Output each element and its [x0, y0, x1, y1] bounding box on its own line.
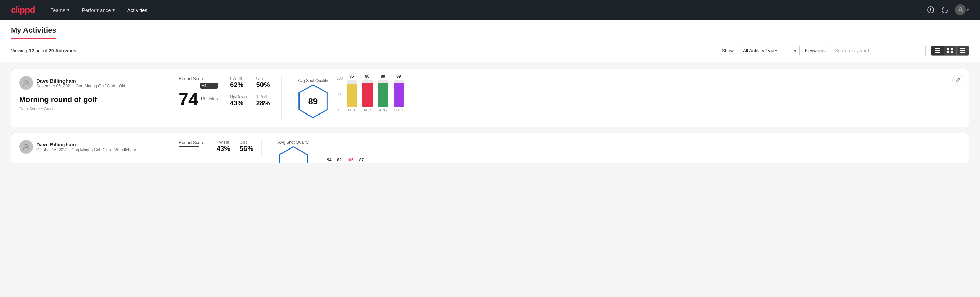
avg-shot-quality-label-2: Avg Shot Quality	[278, 140, 308, 145]
bar-arg: 89 ARG	[378, 74, 388, 112]
svg-rect-12	[960, 50, 966, 51]
stats-grid-2: FW Hit 43% GIR 56%	[216, 140, 253, 153]
score-badge: +4	[200, 83, 218, 89]
nav-teams[interactable]: Teams ▾	[46, 4, 74, 16]
bar-putt: 89 PUTT	[394, 74, 404, 112]
user-name-2: Dave Billingham	[37, 142, 136, 147]
view-grid-button[interactable]	[944, 46, 956, 55]
card-divider-4	[261, 140, 262, 156]
add-icon[interactable]	[927, 6, 934, 14]
holes-label: 18 Holes	[200, 96, 218, 101]
svg-point-16	[25, 144, 27, 147]
hex-value: 89	[308, 96, 318, 107]
svg-rect-11	[960, 48, 966, 49]
round-score-block: Round Score 74 +4 18 Holes	[178, 76, 218, 108]
hexagon: 89	[298, 84, 328, 118]
svg-rect-13	[960, 52, 966, 53]
activity-type-select[interactable]: All Activity Types	[738, 45, 800, 56]
bar2-arg: 106	[347, 158, 354, 163]
y-axis-labels: 100 50 0	[337, 76, 343, 112]
hexagon-2	[278, 146, 309, 163]
round-score-value: 74 +4 18 Holes	[178, 83, 218, 108]
svg-rect-10	[951, 51, 953, 53]
user-name: Dave Billingham	[37, 78, 125, 84]
bar-app-container	[362, 80, 372, 107]
score-number: 74	[178, 90, 198, 108]
svg-rect-6	[935, 52, 940, 53]
refresh-icon[interactable]	[941, 6, 948, 13]
activity-type-select-wrapper[interactable]: All Activity Types	[738, 45, 800, 56]
edit-button[interactable]	[953, 75, 963, 86]
score-placeholder	[178, 147, 199, 147]
bar-app-fill	[362, 83, 372, 107]
svg-rect-5	[935, 50, 940, 51]
data-source: Data Source: Arccos	[19, 107, 162, 112]
bar2-app: 82	[337, 158, 341, 163]
stat-fw-hit-2: FW Hit 43%	[216, 140, 230, 153]
round-score-label-2: Round Score	[178, 140, 204, 145]
user-info: Dave Billingham December 05, 2021 - Gog …	[37, 78, 125, 88]
filter-bar: Viewing 12 out of 29 Activities Show: Al…	[0, 40, 980, 62]
viewing-text: Viewing 12 out of 29 Activities	[11, 48, 76, 53]
stat-updown: Up/Down 43%	[230, 94, 247, 108]
card-divider-2	[281, 76, 282, 120]
user-info-2: Dave Billingham October 16, 2021 - Gog M…	[37, 142, 136, 152]
keywords-filter: Keywords:	[805, 45, 926, 56]
svg-point-14	[25, 81, 27, 83]
user-avatar	[955, 5, 966, 15]
show-filter: Show: All Activity Types	[722, 45, 800, 56]
bar-putt-fill	[394, 83, 404, 107]
search-input[interactable]	[830, 45, 926, 56]
bar-ott-container	[347, 80, 357, 107]
logo[interactable]: clippd	[11, 5, 35, 15]
stat-gir-2: GIR 56%	[240, 140, 253, 153]
bar2-putt: 87	[359, 158, 364, 163]
svg-rect-7	[947, 48, 950, 50]
card-divider-1	[170, 76, 170, 120]
nav-performance[interactable]: Performance ▾	[77, 4, 120, 16]
user-row: Dave Billingham December 05, 2021 - Gog …	[19, 76, 162, 90]
view-toggle	[931, 46, 969, 56]
stats-grid: FW Hit 62% GIR 50% Up/Down 43% 1 Putt 28…	[230, 76, 273, 108]
activity-title: Morning round of golf	[19, 95, 162, 104]
bar-ott: 85 OTT	[347, 74, 357, 112]
shot-quality-chart: 100 50 0 85 OTT 90	[337, 76, 404, 120]
show-label: Show:	[722, 48, 735, 53]
round-score-block-2: Round Score	[178, 140, 204, 153]
card-left: Dave Billingham December 05, 2021 - Gog …	[19, 76, 162, 112]
activity-card: Dave Billingham December 05, 2021 - Gog …	[11, 69, 969, 128]
quality-section-2: Avg Shot Quality 94 82 106	[270, 140, 961, 163]
keywords-label: Keywords:	[805, 48, 827, 53]
stats-section: Round Score 74 +4 18 Holes FW Hit 62% GI…	[178, 76, 273, 108]
avg-shot-quality-label: Avg Shot Quality	[298, 78, 328, 83]
svg-rect-9	[947, 51, 950, 53]
bar-ott-fill	[347, 84, 357, 107]
card-left-2: Dave Billingham October 16, 2021 - Gog M…	[19, 140, 162, 156]
activity-card-2: Dave Billingham October 16, 2021 - Gog M…	[11, 133, 969, 163]
card-divider-3	[170, 140, 170, 156]
nav-activities[interactable]: Activities	[123, 5, 152, 16]
view-list-wide-button[interactable]	[956, 46, 969, 55]
page-header: My Activities	[0, 20, 980, 40]
quality-section: Avg Shot Quality 89 100 50 0	[290, 76, 961, 120]
bars: 85 OTT 90 APP	[347, 74, 404, 112]
stat-gir: GIR 50%	[256, 76, 273, 90]
page-title: My Activities	[11, 20, 56, 39]
bar-putt-container	[394, 80, 404, 107]
user-menu[interactable]: ▾	[955, 5, 969, 15]
navbar: clippd Teams ▾ Performance ▾ Activities	[0, 0, 980, 20]
activities-list: Dave Billingham December 05, 2021 - Gog …	[0, 62, 980, 170]
bar-arg-fill	[378, 83, 388, 107]
svg-rect-8	[951, 48, 953, 50]
round-score-label: Round Score	[178, 76, 218, 81]
svg-rect-4	[935, 48, 940, 49]
user-row-2: Dave Billingham October 16, 2021 - Gog M…	[19, 140, 162, 153]
svg-point-3	[959, 8, 962, 10]
avatar	[19, 76, 33, 90]
bars-2: 94 82 106 87	[317, 158, 364, 163]
nav-icons: ▾	[927, 5, 969, 15]
stats-section-2: Round Score FW Hit 43% GIR 56%	[178, 140, 253, 153]
user-date-2: October 16, 2021 - Gog Magog Golf Club -…	[37, 147, 136, 152]
bar-app: 90 APP	[362, 74, 372, 112]
view-list-dense-button[interactable]	[931, 46, 944, 55]
